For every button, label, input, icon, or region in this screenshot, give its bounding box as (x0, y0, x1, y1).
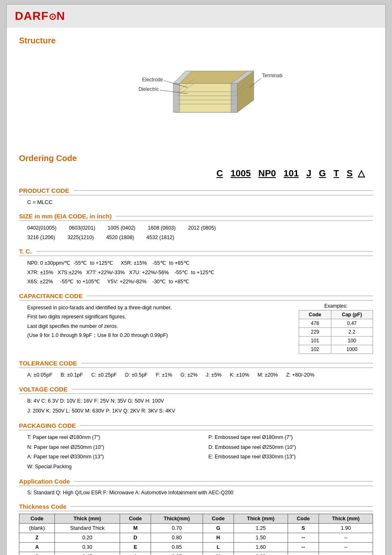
tol-k: K: ±10% (230, 370, 249, 380)
code-np0: NP0 (258, 168, 276, 178)
capacitance-section: CAPACITANCE CODE Expressed in pico-farad… (19, 292, 373, 354)
tolerance-title: TOLERANCE CODE (19, 360, 373, 368)
th-header-7: Code (288, 514, 319, 524)
voltage-line-2: J: 200V K: 250V L: 500V M: 630V P: 1KV Q… (27, 406, 373, 416)
svg-rect-6 (231, 83, 237, 112)
th-r3c7: -- (288, 543, 319, 552)
product-code-title: PRODUCT CODE (19, 187, 373, 195)
size-val-8: 4520 (1808) (106, 233, 134, 242)
th-r4c5: N (203, 552, 234, 555)
size-val-4: 1608 (0603) (148, 223, 175, 233)
ordering-section: Ordering Code C 1005 NP0 101 J G T S △ P… (19, 154, 373, 555)
tol-j: J: ±5% (206, 370, 222, 380)
voltage-section: VOLTAGE CODE B: 4V C: 6.3V D: 10V E: 16V… (19, 386, 373, 416)
th-r2c3: D (120, 533, 151, 543)
pkg-p: P: Embossed tape reel Ø180mm (7") (208, 433, 373, 443)
ex-code-4: 102 (299, 345, 331, 353)
tc-line-2: X7R: ±15% X7S:±22% X7T: +22%/-33% X7U: +… (27, 268, 373, 278)
thickness-table: Code Thick (mm) Code Thick(mm) Code Thic… (19, 514, 373, 555)
size-content: 0402(01005) 0603(0201) 1005 (0402) 1608 … (19, 223, 373, 242)
size-section: SIZE in mm (EIA CODE, in inch) 0402(0100… (19, 213, 373, 242)
tc-title: T. C. (19, 248, 373, 256)
voltage-title: VOLTAGE CODE (19, 386, 373, 394)
th-r2c6: 1.50 (234, 533, 288, 543)
tol-g: G: ±2% (180, 370, 198, 380)
tc-line-3: X6S: ±22% -55℃ to +105℃ Y5V: +22%/-82% -… (27, 277, 373, 287)
th-header-6: Thick (mm) (234, 514, 288, 524)
th-r2c2: 0.20 (55, 533, 120, 543)
th-r4c4: 0.95 (151, 552, 203, 555)
tc-line-1: NP0: 0 ±30ppm/℃ -55℃ to +125℃ X5R: ±15% … (27, 259, 373, 268)
size-val-7: 3225(1210) (67, 233, 94, 242)
th-r2c4: 0.80 (151, 533, 203, 543)
pkg-d: D: Embossed tape reel Ø250mm (10") (208, 443, 373, 453)
th-r4c3: I (120, 552, 151, 555)
voltage-line-1: B: 4V C: 6.3V D: 10V E: 16V F: 25V N: 35… (27, 396, 373, 406)
ex-code-3: 101 (299, 336, 331, 345)
capacitor-diagram: Electrode Dielectric Termination (109, 59, 283, 129)
svg-rect-1 (175, 83, 237, 112)
th-r3c4: 0.85 (151, 543, 203, 552)
th-header-3: Code (120, 514, 151, 524)
electrode-label: Electrode (142, 77, 163, 83)
size-title: SIZE in mm (EIA CODE, in inch) (19, 213, 373, 221)
capacitance-text: Expressed in pico-farads and identified … (19, 303, 290, 340)
table-row: 478 0.47 (299, 319, 373, 327)
capacitance-content: Expressed in pico-farads and identified … (19, 303, 373, 354)
tc-content: NP0: 0 ±30ppm/℃ -55℃ to +125℃ X5R: ±15% … (19, 259, 373, 287)
th-r2c7: -- (288, 533, 319, 543)
ex-cap-4: 1000 (331, 345, 373, 353)
tol-f: F: ±1% (156, 370, 172, 380)
size-val-6: 3216 (1206) (27, 233, 55, 242)
th-r2c8: -- (319, 533, 373, 543)
application-content: S: Standard Q: High Q/Low ESR F: Microwa… (19, 489, 373, 497)
th-r1c4: 0.70 (151, 524, 203, 533)
table-row: (blank) Standard Thick M 0.70 G 1.25 S 1… (19, 524, 373, 533)
th-r3c6: 1.60 (234, 543, 288, 552)
size-val-5: 2012 (0805) (188, 223, 216, 233)
ex-cap-1: 0.47 (331, 319, 373, 327)
th-r4c6: 2.00 (234, 552, 288, 555)
tol-b: B: ±0.1pF (61, 370, 83, 380)
th-r3c3: E (120, 543, 151, 552)
pkg-e: E: Embossed tape reel Ø330mm (13") (208, 452, 373, 462)
th-r1c7: S (288, 524, 319, 533)
thickness-title: Thickness Code (19, 503, 373, 511)
table-row: A 0.30 E 0.85 L 1.60 -- -- (19, 543, 373, 552)
ex-header-cap: Cap (pF) (331, 310, 373, 319)
table-row: 101 100 (299, 336, 373, 345)
cap-line-3: Last digit specifies the number of zeros… (27, 322, 290, 331)
th-r1c5: G (203, 524, 234, 533)
size-val-1: 0402(01005) (27, 223, 57, 233)
ex-header-code: Code (299, 310, 331, 319)
code-c: C (216, 168, 223, 178)
pkg-a: A: Paper tape reel Ø330mm (13") (27, 452, 192, 462)
th-r3c1: A (19, 543, 55, 552)
th-r1c6: 1.25 (234, 524, 288, 533)
tol-a: A: ±0.05pF (27, 370, 52, 380)
code-s: S (347, 168, 353, 178)
ex-cap-2: 2.2 (331, 327, 373, 336)
th-r4c1: Q (19, 552, 55, 555)
application-section: Application Code S: Standard Q: High Q/L… (19, 478, 373, 497)
tolerance-section: TOLERANCE CODE A: ±0.05pF B: ±0.1pF C: ±… (19, 360, 373, 380)
th-r4c7: -- (288, 552, 319, 555)
code-j: J (306, 168, 311, 178)
page: DARF⊙N Structure (6, 4, 386, 555)
termination-label: Termination (262, 73, 283, 78)
th-r1c1: (blank) (19, 524, 55, 533)
voltage-content: B: 4V C: 6.3V D: 10V E: 16V F: 25V N: 35… (19, 396, 373, 416)
capacitance-title: CAPACITANCE CODE (19, 292, 373, 301)
tol-c: C: ±0.25pF (91, 370, 117, 380)
pkg-t: T: Paper tape reel Ø180mm (7") (27, 433, 192, 443)
svg-rect-4 (173, 83, 179, 112)
packaging-left: T: Paper tape reel Ø180mm (7") N: Paper … (27, 433, 192, 472)
th-r2c1: Z (19, 533, 55, 543)
th-header-4: Thick(mm) (151, 514, 203, 524)
pkg-n: N: Paper tape reel Ø250mm (10") (27, 443, 192, 453)
product-code-content: C = MLCC (19, 198, 373, 207)
th-r3c5: L (203, 543, 234, 552)
code-101: 101 (283, 168, 299, 178)
logo: DARF⊙N (15, 9, 377, 23)
th-r4c8: -- (319, 552, 373, 555)
